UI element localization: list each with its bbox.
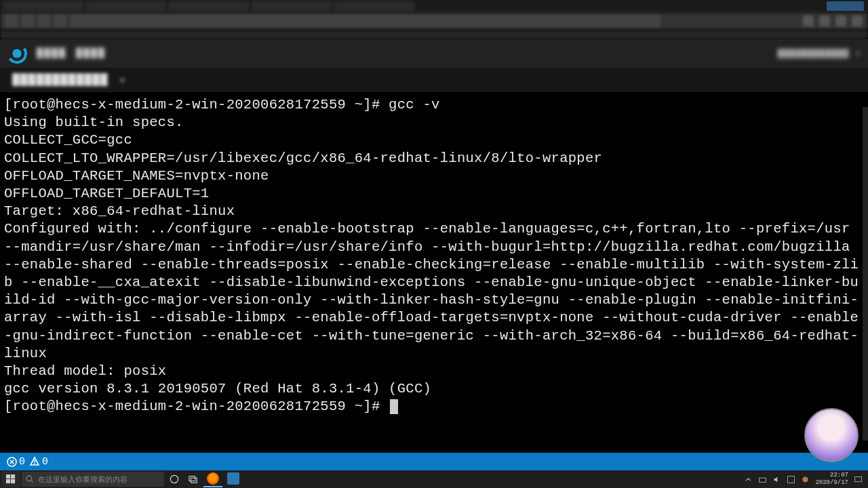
svg-point-7 <box>26 476 32 481</box>
browser-menu-icon[interactable] <box>852 16 863 26</box>
taskbar-app-edge[interactable] <box>224 471 243 487</box>
browser-toolbar <box>0 12 868 30</box>
back-button[interactable] <box>5 15 18 27</box>
status-bar: 0 0 <box>0 453 868 470</box>
app-logo-icon <box>7 43 27 64</box>
terminal-line: Thread model: posix <box>4 363 166 379</box>
terminal-line: Using built-in specs. <box>4 115 184 130</box>
terminal-tab-bar: ████████████ ✕ <box>0 68 868 92</box>
svg-rect-11 <box>191 478 197 483</box>
terminal-output[interactable]: [root@hecs-x-medium-2-win-20200628172559… <box>0 92 868 424</box>
svg-rect-6 <box>11 479 15 483</box>
tray-app-icon[interactable] <box>801 475 810 484</box>
task-view-button[interactable] <box>184 471 202 487</box>
terminal-cursor <box>390 399 398 414</box>
close-icon[interactable]: ✕ <box>119 75 126 87</box>
browser-tab[interactable] <box>168 1 250 12</box>
search-icon <box>26 475 34 483</box>
svg-line-8 <box>31 481 33 483</box>
browser-extension-badge[interactable] <box>827 1 864 11</box>
app-header-nav-2[interactable]: ████ <box>76 48 106 60</box>
start-button[interactable] <box>1 471 20 487</box>
browser-tab[interactable] <box>3 1 84 12</box>
reload-button[interactable] <box>38 15 50 27</box>
browser-tab[interactable] <box>251 1 332 12</box>
tray-clock[interactable]: 22:07 2020/9/17 <box>815 472 848 487</box>
browser-tab[interactable] <box>85 1 167 12</box>
warnings-count: 0 <box>42 456 48 468</box>
windows-icon <box>6 474 16 484</box>
terminal-command: gcc -v <box>389 97 440 113</box>
browser-tab[interactable] <box>334 1 415 12</box>
scrollbar[interactable] <box>863 107 868 441</box>
svg-point-2 <box>34 463 35 464</box>
browser-action-icon[interactable] <box>819 16 830 26</box>
browser-action-icon[interactable] <box>803 16 814 26</box>
svg-rect-13 <box>788 476 795 483</box>
app-header-account[interactable]: ████████████ ▾ <box>778 48 861 59</box>
svg-rect-12 <box>760 478 766 483</box>
svg-rect-5 <box>6 479 10 483</box>
cortana-button[interactable] <box>165 471 183 487</box>
terminal-tab-label: ████████████ <box>12 73 108 87</box>
terminal-line: gcc version 8.3.1 20190507 (Red Hat 8.3.… <box>4 381 431 396</box>
edge-icon <box>227 472 239 485</box>
ime-icon[interactable] <box>787 475 795 484</box>
terminal-line: COLLECT_GCC=gcc <box>4 132 132 148</box>
forward-button[interactable] <box>22 15 34 27</box>
svg-point-14 <box>803 476 808 482</box>
chevron-up-icon[interactable] <box>744 475 753 484</box>
terminal-prompt: [root@hecs-x-medium-2-win-20200628172559… <box>4 97 380 113</box>
terminal-line: Configured with: ../configure --enable-b… <box>4 221 859 361</box>
taskbar-search[interactable]: 在这里输入你要搜索的内容 <box>22 472 164 487</box>
browser-action-icon[interactable] <box>835 16 846 26</box>
app-header: ████ ████ ████████████ ▾ <box>0 39 868 68</box>
circle-icon <box>170 474 179 484</box>
warning-icon <box>29 456 40 467</box>
address-bar[interactable] <box>71 15 660 27</box>
notifications-icon[interactable] <box>854 475 863 484</box>
assistant-mascot-icon[interactable] <box>804 408 859 462</box>
app-header-nav-1[interactable]: ████ <box>37 48 66 60</box>
terminal-line: COLLECT_LTO_WRAPPER=/usr/libexec/gcc/x86… <box>4 150 602 166</box>
svg-rect-3 <box>6 474 10 479</box>
windows-taskbar: 在这里输入你要搜索的内容 22:07 2020/9/17 <box>0 470 868 488</box>
errors-count: 0 <box>19 456 25 468</box>
svg-point-9 <box>170 475 178 483</box>
browser-bookmark-bar <box>0 30 868 39</box>
status-warnings[interactable]: 0 <box>29 456 48 468</box>
status-errors[interactable]: 0 <box>7 456 25 468</box>
taskbar-app-firefox[interactable] <box>203 471 222 487</box>
terminal-line: OFFLOAD_TARGET_NAMES=nvptx-none <box>4 168 269 184</box>
svg-rect-15 <box>855 476 862 481</box>
task-view-icon <box>189 474 198 484</box>
browser-tab-strip <box>0 0 868 12</box>
tray-time: 22:07 <box>815 472 848 479</box>
svg-rect-10 <box>189 476 195 481</box>
error-icon <box>7 457 17 467</box>
search-placeholder: 在这里输入你要搜索的内容 <box>38 474 127 485</box>
firefox-icon <box>207 472 219 485</box>
tray-date: 2020/9/17 <box>815 479 848 487</box>
network-icon[interactable] <box>758 475 767 484</box>
terminal-tab[interactable]: ████████████ ✕ <box>5 70 133 89</box>
terminal-line: OFFLOAD_TARGET_DEFAULT=1 <box>4 186 209 201</box>
terminal-line: Target: x86_64-redhat-linux <box>4 203 235 219</box>
svg-rect-4 <box>11 474 15 479</box>
volume-icon[interactable] <box>772 475 781 484</box>
terminal-prompt: [root@hecs-x-medium-2-win-20200628172559… <box>4 399 380 414</box>
system-tray: 22:07 2020/9/17 <box>744 472 867 487</box>
home-button[interactable] <box>54 15 66 27</box>
